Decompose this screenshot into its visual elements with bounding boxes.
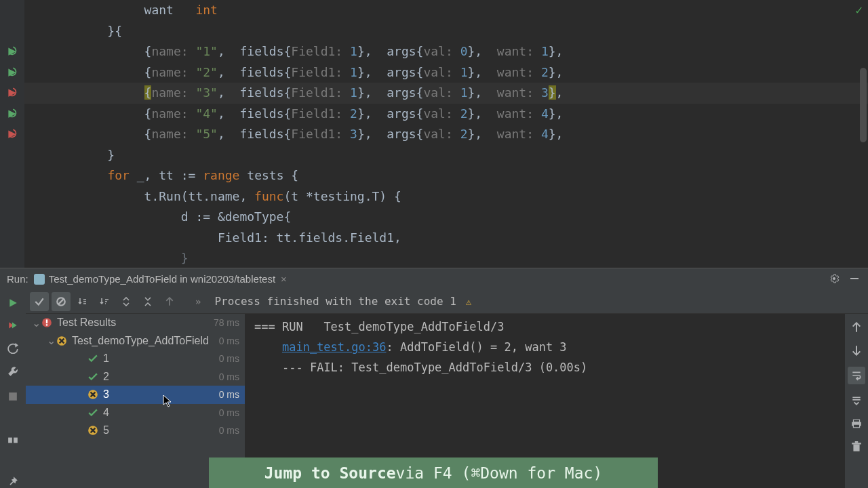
trash-icon[interactable]	[850, 440, 863, 453]
print-icon[interactable]	[850, 417, 863, 430]
code-line[interactable]: {name: "1", fields{Field1: 1}, args{val:…	[24, 41, 868, 62]
gutter-run-icon[interactable]	[0, 104, 24, 125]
gutter-run-icon[interactable]	[0, 186, 24, 207]
console-fail: --- FAIL: Test_demoType_AddToField/3 (0.…	[282, 361, 587, 374]
source-link[interactable]: main_test.go:36	[282, 340, 387, 354]
svg-rect-17	[46, 320, 47, 324]
run-left-toolbar	[0, 289, 26, 488]
run-label: Run:	[7, 273, 28, 285]
tree-root[interactable]: ⌄Test Results78 ms	[26, 314, 245, 332]
code-line[interactable]: {name: "2", fields{Field1: 1}, args{val:…	[24, 62, 868, 83]
svg-marker-6	[9, 299, 16, 307]
process-finished-msg: Process finished with the exit code 1	[214, 295, 456, 308]
scrollbar-thumb[interactable]	[860, 68, 867, 142]
gutter-run-icon[interactable]	[0, 228, 24, 249]
hint-bold: Jump to Source	[264, 464, 396, 482]
run-config-name[interactable]: Test_demoType_AddToField in wni20203/tab…	[49, 273, 275, 285]
svg-rect-36	[852, 443, 861, 444]
gutter-run-icon[interactable]	[0, 124, 24, 145]
inspection-ok-icon[interactable]: ✓	[855, 3, 863, 17]
editor-gutter	[0, 0, 24, 268]
test-toolbar: » Process finished with the exit code 1 …	[26, 289, 868, 314]
svg-rect-10	[9, 392, 17, 401]
pin-icon[interactable]	[6, 474, 20, 488]
scroll-end-icon[interactable]	[850, 394, 863, 407]
expand-all-icon[interactable]	[117, 292, 136, 311]
svg-line-14	[58, 298, 64, 304]
toggle-autotest-icon[interactable]	[6, 342, 20, 355]
code-line[interactable]: want int	[24, 0, 868, 21]
svg-rect-11	[8, 437, 12, 443]
tree-suite[interactable]: ⌄Test_demoType_AddToField0 ms	[26, 332, 245, 350]
collapse-all-icon[interactable]	[138, 292, 157, 311]
svg-rect-34	[853, 424, 859, 428]
warning-icon[interactable]: ⚠	[466, 296, 471, 307]
sort-alpha-icon[interactable]	[73, 292, 92, 311]
tree-item[interactable]: 50 ms	[26, 422, 245, 440]
tree-item[interactable]: 40 ms	[26, 404, 245, 422]
gutter-run-icon[interactable]	[0, 83, 24, 104]
console-right-toolbar	[845, 314, 868, 488]
close-tab-icon[interactable]: ×	[281, 273, 287, 285]
prev-occurrence-icon[interactable]	[160, 292, 179, 311]
code-line[interactable]: {name: "3", fields{Field1: 1}, args{val:…	[24, 83, 868, 104]
code-line[interactable]: }	[24, 248, 868, 269]
console-run-label: === RUN	[254, 320, 303, 333]
run-tool-header: Run: Test_demoType_AddToField in wni2020…	[0, 268, 868, 289]
code-line[interactable]: {name: "5", fields{Field1: 3}, args{val:…	[24, 124, 868, 145]
mouse-cursor	[163, 395, 172, 407]
wrench-icon[interactable]	[6, 365, 20, 378]
gutter-run-icon[interactable]	[0, 21, 24, 42]
code-line[interactable]: d := &demoType{	[24, 207, 868, 228]
up-icon[interactable]	[850, 321, 863, 334]
rerun-failed-icon[interactable]	[6, 319, 20, 333]
tree-item[interactable]: 20 ms	[26, 368, 245, 386]
code-line[interactable]: Field1: tt.fields.Field1,	[24, 228, 868, 249]
run-icon[interactable]	[6, 296, 20, 310]
tree-item[interactable]: 30 ms	[26, 386, 245, 404]
svg-rect-37	[855, 441, 859, 443]
gutter-run-icon[interactable]	[0, 145, 24, 166]
gutter-run-icon[interactable]	[0, 207, 24, 228]
gutter-run-icon[interactable]	[0, 248, 24, 269]
svg-rect-18	[46, 325, 47, 326]
code-line[interactable]: }	[24, 145, 868, 166]
svg-rect-35	[853, 445, 859, 451]
soft-wrap-icon[interactable]	[848, 367, 865, 384]
minimize-icon[interactable]	[849, 273, 861, 285]
code-line[interactable]: t.Run(tt.name, func(t *testing.T) {	[24, 186, 868, 207]
gopher-icon	[34, 274, 45, 285]
tree-item[interactable]: 10 ms	[26, 350, 245, 368]
console-msg: : AddToField() = 2, want 3	[386, 340, 566, 354]
gutter-run-icon[interactable]	[0, 62, 24, 83]
code-area[interactable]: want int }{ {name: "1", fields{Field1: 1…	[24, 0, 868, 268]
editor-area: want int }{ {name: "1", fields{Field1: 1…	[0, 0, 868, 268]
sort-duration-icon[interactable]	[95, 292, 114, 311]
show-ignored-icon[interactable]	[52, 292, 71, 311]
hint-rest: via F4 (⌘Down for Mac)	[396, 464, 603, 482]
console-run-name: Test_demoType_AddToField/3	[323, 320, 504, 333]
gutter-run-icon[interactable]	[0, 41, 24, 62]
svg-rect-32	[853, 420, 859, 422]
svg-marker-9	[15, 343, 18, 348]
gutter-run-icon[interactable]	[0, 165, 24, 186]
svg-rect-12	[14, 437, 18, 443]
svg-marker-8	[12, 323, 17, 329]
layout-icon[interactable]	[6, 433, 20, 447]
code-line[interactable]: for _, tt := range tests {	[24, 165, 868, 186]
gutter-run-icon[interactable]	[0, 0, 24, 21]
gear-icon[interactable]	[829, 273, 841, 285]
hint-banner: Jump to Source via F4 (⌘Down for Mac)	[209, 458, 658, 488]
stop-icon[interactable]	[6, 390, 20, 403]
code-line[interactable]: {name: "4", fields{Field1: 2}, args{val:…	[24, 104, 868, 125]
svg-marker-38	[163, 395, 171, 407]
code-line[interactable]: }{	[24, 21, 868, 42]
down-icon[interactable]	[850, 344, 863, 357]
show-passed-icon[interactable]	[30, 292, 49, 311]
